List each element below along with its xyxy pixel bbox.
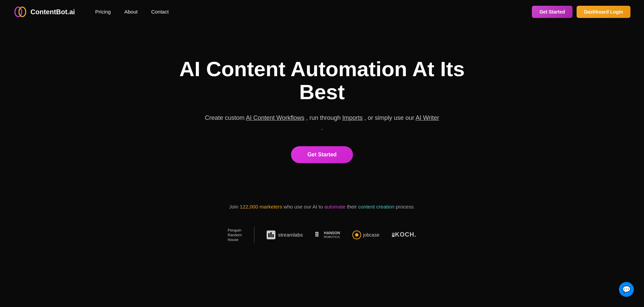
svg-rect-5 [272,234,274,237]
hansonrobotics-text: HANSON ROBOTICS [324,231,340,239]
social-proof-text: Join 122,000 marketers who use our AI to… [229,204,415,210]
koch-logo: ⫊KOCH. [392,231,416,238]
sp-after2: process. [396,204,415,210]
get-started-hero-button[interactable]: Get Started [291,146,353,163]
svg-rect-6 [315,232,317,233]
sp-middle: who use our AI to [284,204,323,210]
svg-rect-9 [317,232,318,233]
jobcase-logo: jobcase [352,231,379,239]
nav-links: Pricing About Contact [95,9,169,15]
nav-link-pricing[interactable]: Pricing [95,9,111,15]
sp-content: content creation [358,204,394,210]
navbar: ContentBot.ai Pricing About Contact Get … [0,0,644,24]
nav-link-contact[interactable]: Contact [151,9,169,15]
social-proof-section: Join 122,000 marketers who use our AI to… [0,183,644,257]
sp-before: Join [229,204,238,210]
streamlabs-icon [267,231,275,239]
link-ai-writer[interactable]: AI Writer [416,114,439,121]
nav-item-pricing[interactable]: Pricing [95,9,111,15]
chat-bubble-icon: 💬 [622,285,631,293]
nav-item-contact[interactable]: Contact [151,9,169,15]
subtitle-middle1: , run through [306,114,340,121]
jobcase-icon [352,231,361,239]
sp-after1: their [347,204,357,210]
svg-rect-10 [317,234,318,235]
logo-text: ContentBot.ai [30,8,75,16]
nav-item-about[interactable]: About [124,9,138,15]
get-started-nav-button[interactable]: Get Started [532,6,572,18]
hansonrobotics-logo: HANSON ROBOTICS [315,231,340,239]
svg-rect-8 [315,235,317,237]
streamlabs-text: streamlabs [278,232,303,238]
logo-divider-1 [254,226,254,243]
nav-link-about[interactable]: About [124,9,138,15]
logos-container: PenguinRandomHouse streamlabs [228,226,416,243]
svg-rect-7 [315,234,317,235]
jobcase-text: jobcase [363,232,379,238]
subtitle-before: Create custom [205,114,245,121]
streamlabs-logo: streamlabs [267,231,303,239]
chat-bubble-button[interactable]: 💬 [619,282,634,297]
link-workflows[interactable]: AI Content Workflows [246,114,305,121]
dashboard-login-button[interactable]: Dashboard Login [577,6,630,18]
sp-number: 122,000 marketers [240,204,282,210]
svg-rect-3 [268,233,270,237]
navbar-left: ContentBot.ai Pricing About Contact [14,5,169,19]
svg-rect-11 [317,235,318,237]
hansonrobotics-icon [315,232,322,238]
logo-icon [14,5,27,19]
subtitle-end: . [321,124,323,131]
hero-title: AI Content Automation At Its Best [170,58,475,104]
link-imports[interactable]: Imports [342,114,363,121]
jobcase-icon-inner [355,233,358,237]
koch-logo-text: ⫊KOCH. [392,231,416,238]
sp-automate: automate [324,204,346,210]
navbar-right: Get Started Dashboard Login [532,6,630,18]
svg-point-1 [19,7,26,17]
logo-container: ContentBot.ai [14,5,75,19]
penguin-random-house-logo: PenguinRandomHouse [228,228,242,242]
hero-section: AI Content Automation At Its Best Create… [0,24,644,183]
hero-subtitle: Create custom AI Content Workflows , run… [204,113,441,133]
svg-point-0 [15,7,22,17]
svg-rect-4 [270,232,272,237]
subtitle-middle2: , or simply use our [365,114,414,121]
prh-logo-text: PenguinRandomHouse [228,228,242,242]
